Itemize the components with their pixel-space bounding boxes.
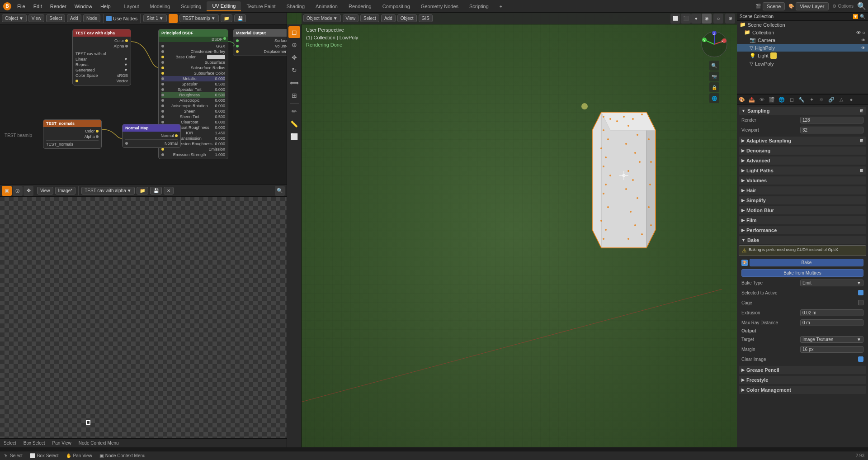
vp-scale-tool[interactable]: ⟺ bbox=[288, 77, 300, 89]
uv-image-selector[interactable]: TEST cav with alpha▼ bbox=[81, 187, 134, 194]
film-header[interactable]: ▶ Film bbox=[739, 216, 866, 224]
tab-texture-paint[interactable]: Texture Paint bbox=[241, 2, 281, 11]
bake-from-multires-btn[interactable]: Bake from Multires bbox=[741, 269, 863, 277]
uv-folder-btn[interactable]: 📁 bbox=[137, 187, 148, 194]
color-picker-btn[interactable] bbox=[169, 14, 178, 23]
performance-header[interactable]: ▶ Performance bbox=[739, 226, 866, 234]
scene-selector[interactable]: Scene bbox=[763, 2, 785, 10]
outliner-scene-collection[interactable]: 📁 Scene Collection bbox=[737, 21, 868, 28]
vp-rotate-tool[interactable]: ↻ bbox=[288, 64, 300, 76]
props-tab-world[interactable]: 🌐 bbox=[777, 95, 787, 104]
light-paths-header[interactable]: ▶ Light Paths ⊞ bbox=[739, 166, 866, 175]
cage-checkbox[interactable] bbox=[858, 300, 863, 305]
bake-header[interactable]: ▼ Bake bbox=[739, 236, 866, 244]
tab-layout[interactable]: Layout bbox=[119, 2, 145, 11]
uv-select-btn[interactable]: ▣ bbox=[2, 186, 12, 196]
target-dropdown[interactable]: Image Textures▼ bbox=[800, 336, 863, 343]
zoom-in-btn[interactable]: 🔍 bbox=[709, 61, 719, 71]
view-layer-selector[interactable]: View Layer bbox=[796, 2, 828, 10]
tab-modeling[interactable]: Modeling bbox=[145, 2, 176, 11]
node-add-btn[interactable]: Add bbox=[67, 14, 81, 22]
extrusion-value[interactable]: 0.02 m bbox=[800, 309, 863, 316]
menu-render[interactable]: Render bbox=[47, 3, 70, 10]
simplify-header[interactable]: ▶ Simplify bbox=[739, 196, 866, 204]
use-nodes-checkbox[interactable] bbox=[106, 16, 112, 21]
vp-overlay-btn[interactable]: ○ bbox=[713, 14, 723, 24]
vp-gis-btn[interactable]: GIS bbox=[419, 14, 433, 22]
props-tab-physics[interactable]: ⚛ bbox=[816, 95, 826, 104]
vp-transform-tool[interactable]: ⊞ bbox=[288, 90, 300, 101]
outliner-highpoly[interactable]: ▽ HighPoly 👁 bbox=[737, 44, 868, 52]
props-tab-render[interactable]: 🎨 bbox=[737, 95, 747, 104]
tab-geometry-nodes[interactable]: Geometry Nodes bbox=[415, 2, 464, 11]
tab-uv-editing[interactable]: UV Editing bbox=[207, 1, 241, 11]
uv-image-btn[interactable]: Image* bbox=[55, 187, 76, 194]
shade-material-btn[interactable]: ● bbox=[691, 14, 701, 24]
node-test-normals[interactable]: TEST_normals Color Alpha TEST_normals bbox=[43, 119, 102, 149]
slot-selector[interactable]: Slot 1▼ bbox=[143, 14, 166, 22]
props-tab-data[interactable]: △ bbox=[836, 95, 846, 104]
tab-compositing[interactable]: Compositing bbox=[377, 2, 415, 11]
outliner-cursor-icon[interactable]: ○ bbox=[862, 30, 865, 35]
advanced-header[interactable]: ▶ Advanced bbox=[739, 156, 866, 165]
vp-add-cube-tool[interactable]: ⬜ bbox=[288, 131, 300, 142]
hp-eye-icon[interactable]: 👁 bbox=[861, 46, 865, 50]
vp-gizmo-btn[interactable]: ⊕ bbox=[725, 14, 735, 24]
sampling-header[interactable]: ▼ Sampling ⊞ bbox=[739, 107, 866, 115]
adaptive-settings-btn[interactable]: ⊞ bbox=[860, 138, 863, 143]
outliner-camera[interactable]: 📷 Camera 👁 bbox=[737, 36, 868, 44]
vp-object-mode-btn[interactable]: Object Mode▼ bbox=[303, 14, 341, 22]
cam-eye-icon[interactable]: 👁 bbox=[861, 38, 865, 43]
image-save-btn[interactable]: 💾 bbox=[234, 14, 246, 22]
outliner-light[interactable]: 💡 Light bbox=[737, 52, 868, 60]
margin-value[interactable]: 16 px bbox=[800, 346, 863, 353]
node-test-cav[interactable]: TEST cav with alpha Color Alpha TEST cav… bbox=[72, 29, 131, 85]
vp-object-btn[interactable]: Object bbox=[397, 14, 417, 22]
props-tab-object[interactable]: ◻ bbox=[787, 95, 797, 104]
motion-blur-header[interactable]: ▶ Motion Blur bbox=[739, 206, 866, 214]
vp-add-btn[interactable]: Add bbox=[381, 14, 396, 22]
menu-window[interactable]: Window bbox=[71, 3, 96, 10]
outliner-eye-icon[interactable]: 👁 bbox=[856, 30, 861, 35]
props-tab-constraints[interactable]: 🔗 bbox=[826, 95, 836, 104]
node-view-btn[interactable]: View bbox=[28, 14, 45, 22]
menu-edit[interactable]: Edit bbox=[30, 3, 46, 10]
outliner-search-btn[interactable]: 🔍 bbox=[860, 14, 865, 19]
render-value[interactable]: 128 bbox=[800, 117, 863, 123]
props-tab-output[interactable]: 📤 bbox=[747, 95, 757, 104]
vp-cursor-tool[interactable]: ⊕ bbox=[288, 39, 300, 51]
image-selector[interactable]: TEST beamlp▼ bbox=[179, 14, 219, 22]
uv-x-btn[interactable]: ✕ bbox=[164, 187, 174, 194]
uv-save-btn[interactable]: 💾 bbox=[150, 187, 162, 194]
menu-help[interactable]: Help bbox=[97, 3, 114, 10]
node-normal-map[interactable]: Normal Map Normal Normal bbox=[122, 124, 181, 148]
light-object[interactable] bbox=[581, 103, 588, 109]
vp-view-btn[interactable]: View bbox=[343, 14, 359, 22]
tab-scripting[interactable]: Scripting bbox=[464, 2, 494, 11]
node-node-btn[interactable]: Node bbox=[83, 14, 100, 22]
uv-cursor[interactable] bbox=[86, 420, 90, 425]
vp-measure-tool[interactable]: 📏 bbox=[288, 118, 300, 130]
uv-cursor-btn[interactable]: ◎ bbox=[13, 186, 23, 196]
shade-solid-btn[interactable]: ⬛ bbox=[681, 14, 691, 24]
outliner-filter-btn[interactable]: 🔽 bbox=[853, 14, 858, 19]
sampling-settings-btn[interactable]: ⊞ bbox=[860, 109, 863, 113]
outliner-lowpoly[interactable]: ▽ LowPoly bbox=[737, 60, 868, 67]
max-ray-value[interactable]: 0 m bbox=[800, 319, 863, 326]
denoising-header[interactable]: ▶ Denoising bbox=[739, 147, 866, 155]
props-tab-scene[interactable]: 🎬 bbox=[767, 95, 777, 104]
vp-select-tool[interactable]: ◻ bbox=[288, 26, 300, 38]
grease-pencil-header[interactable]: ▶ Grease Pencil bbox=[739, 366, 866, 374]
vp-select-btn[interactable]: Select bbox=[360, 14, 379, 22]
node-material-output[interactable]: Material Output Surface Volume Displacem… bbox=[233, 29, 287, 56]
node-select-btn[interactable]: Select bbox=[46, 14, 65, 22]
freestyle-header[interactable]: ▶ Freestyle bbox=[739, 376, 866, 384]
lp-settings-btn[interactable]: ⊞ bbox=[860, 168, 863, 173]
shade-rendered-btn[interactable]: ◉ bbox=[702, 14, 712, 24]
menu-file[interactable]: File bbox=[14, 3, 29, 10]
search-button[interactable]: 🔍 bbox=[857, 2, 866, 10]
tab-sculpting[interactable]: Sculpting bbox=[175, 2, 207, 11]
adaptive-sampling-header[interactable]: ▶ Adaptive Sampling ⊞ bbox=[739, 137, 866, 145]
use-nodes-toggle[interactable]: Use Nodes bbox=[106, 16, 137, 21]
uv-zoom-btn[interactable]: 🔍 bbox=[275, 186, 285, 196]
